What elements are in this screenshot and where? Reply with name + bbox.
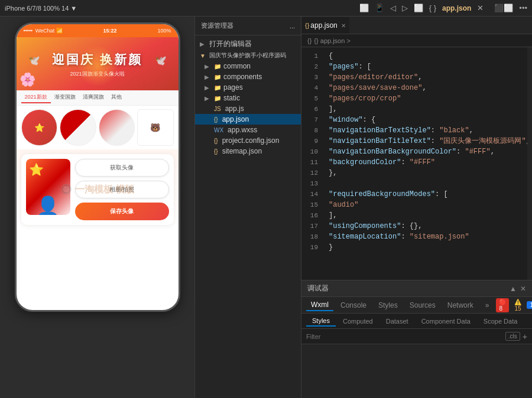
cls-badge[interactable]: .cls xyxy=(505,332,520,341)
devtools-badges: 🔴 8 ⚠️ 15 1 ⚙️ ⬜ xyxy=(496,298,532,312)
devtools-controls: ▲ ✕ xyxy=(510,285,526,293)
explorer-header: 资源管理器 ... xyxy=(195,17,301,35)
grid-item-1[interactable]: ⭐ xyxy=(21,109,58,146)
subtab-styles[interactable]: Styles xyxy=(306,316,336,327)
chevron-right-components-icon: ▶ xyxy=(205,74,212,80)
config-file-icon: {} xyxy=(214,138,218,144)
code-line-7: "window": { xyxy=(329,115,521,125)
get-avatar-btn[interactable]: 获取头像 xyxy=(75,159,169,177)
explorer-more-icon[interactable]: ... xyxy=(290,22,295,30)
folder-pages[interactable]: ▶ 📁 pages xyxy=(195,82,301,93)
code-line-1: { xyxy=(329,51,521,61)
phone-header: 🕊️ 🕊️ 迎国庆 换新颜 2021国旗渐变头像火啦 🌸 xyxy=(17,37,179,90)
subtab-computed[interactable]: Computed xyxy=(337,317,379,326)
grid-item-2[interactable] xyxy=(60,109,96,146)
wxss-file-icon: WX xyxy=(214,127,223,133)
code-line-15: "audio" xyxy=(329,200,521,210)
grid-item-3[interactable] xyxy=(99,109,135,146)
phone-header-content: 🕊️ 🕊️ 迎国庆 换新颜 2021国旗渐变头像火啦 xyxy=(22,51,173,78)
tab-close-icon[interactable]: ✕ xyxy=(341,22,346,29)
devtools-filter-bar: .cls + xyxy=(301,329,532,344)
explorer-title: 资源管理器 xyxy=(201,21,233,30)
breadcrumb: {} {} app.json > xyxy=(301,34,532,47)
phone-tab-fresh[interactable]: 清爽国旗 xyxy=(79,92,108,103)
phone-time: 15:22 xyxy=(103,28,117,34)
subtab-scope-data[interactable]: Scope Data xyxy=(478,317,523,326)
breadcrumb-icon: {} xyxy=(307,37,312,44)
warning-badge: ⚠️ 15 xyxy=(512,298,523,312)
code-line-19: } xyxy=(329,242,521,253)
tab-styles[interactable]: Styles xyxy=(374,300,403,311)
more-options-icon[interactable]: ••• xyxy=(519,4,527,12)
devtools-close-icon[interactable]: ✕ xyxy=(520,285,526,293)
grid-item-4[interactable]: 🐻 xyxy=(137,109,174,146)
more-tabs-icon[interactable]: » xyxy=(481,300,494,311)
phone-icon[interactable]: 📱 xyxy=(375,4,384,12)
chevron-right-icon: ▶ xyxy=(205,63,212,70)
code-line-18: "sitemapLocation": "sitemap.json" xyxy=(329,231,521,242)
chevron-right-pages-icon: ▶ xyxy=(205,84,212,91)
code-editor: 12345 678910 1112131415 16171819 { "page… xyxy=(301,47,532,280)
code-line-9: "navigationBarTitleText": "国庆头像一淘模板源码网", xyxy=(329,136,521,146)
subtab-dataset[interactable]: Dataset xyxy=(380,317,414,326)
file-sitemap[interactable]: {} sitemap.json xyxy=(195,146,301,156)
tab-console[interactable]: Console xyxy=(336,300,371,311)
tab-sources[interactable]: Sources xyxy=(405,300,440,311)
code-content[interactable]: { "pages": [ "pages/editor/editor", "pag… xyxy=(323,47,527,280)
forward-icon[interactable]: ▷ xyxy=(402,4,408,12)
top-bar-left: iPhone 6/7/8 100% 14 ▼ xyxy=(5,5,355,12)
open-editors-section[interactable]: ▶ 打开的编辑器 xyxy=(195,38,301,50)
save-avatar-btn[interactable]: 保存头像 xyxy=(75,203,169,220)
file-app-wxss[interactable]: WX app.wxss xyxy=(195,125,301,135)
screen-icon[interactable]: ⬜ xyxy=(359,4,369,12)
avatar-preview: ⭐ 👤 xyxy=(26,159,70,215)
devtools-chevron-up-icon[interactable]: ▲ xyxy=(510,285,517,293)
info-badge: 1 xyxy=(527,301,532,309)
main-content: ••••• WeChat 📶 15:22 100% 🕊️ 🕊️ 迎国庆 换新颜 … xyxy=(0,17,532,398)
file-app-js[interactable]: JS app.js xyxy=(195,103,301,114)
bird-right-icon: 🕊️ xyxy=(155,55,167,66)
code-line-2: "pages": [ xyxy=(329,61,521,72)
device-label[interactable]: iPhone 6/7/8 100% 14 ▼ xyxy=(5,5,77,12)
file-project-config[interactable]: {} project.config.json xyxy=(195,135,301,146)
close-tab-icon[interactable]: ✕ xyxy=(477,4,484,12)
phone-main-area: 🔘 一淘模板 模版 ⭐ 👤 获取头像 xyxy=(17,149,179,230)
tab-network[interactable]: Network xyxy=(443,300,478,311)
phone-battery: 100% xyxy=(157,28,171,34)
back-icon[interactable]: ◁ xyxy=(390,4,396,12)
folder-icon: ▼ xyxy=(200,53,207,59)
line-numbers: 12345 678910 1112131415 16171819 xyxy=(301,47,323,280)
phone-tab-new[interactable]: 2021新款 xyxy=(21,92,51,103)
folder-common[interactable]: ▶ 📁 common xyxy=(195,61,301,71)
split-editor-icon[interactable]: ⬛⬜ xyxy=(494,4,513,12)
filename-tab[interactable]: app.json xyxy=(442,4,471,12)
chevron-right-static-icon: ▶ xyxy=(205,95,212,102)
code-line-10: "navigationBarBackgroundColor": "#FFF", xyxy=(329,146,521,157)
person-placeholder-icon: 👤 xyxy=(36,195,60,215)
gallery-btn[interactable]: 相册/拍照 xyxy=(75,181,169,198)
error-badge: 🔴 8 xyxy=(496,298,509,312)
phone-tab-gradient[interactable]: 渐变国旗 xyxy=(51,92,79,103)
code-icon[interactable]: { } xyxy=(429,4,436,12)
phone-tabs[interactable]: 2021新款 渐变国旗 清爽国旗 其他 xyxy=(17,90,179,106)
folder-components[interactable]: ▶ 📁 components xyxy=(195,71,301,82)
phone-tab-other[interactable]: 其他 xyxy=(108,92,125,103)
filter-input[interactable] xyxy=(306,333,505,340)
json-file-icon: {} xyxy=(214,116,218,123)
bird-left-icon: 🕊️ xyxy=(28,55,40,66)
add-style-icon[interactable]: + xyxy=(523,332,527,341)
chevron-icon: ▶ xyxy=(200,41,207,47)
compile-icon[interactable]: ⬜ xyxy=(414,4,423,12)
project-root[interactable]: ▼ 国庆节头像护旗手小程序源码 xyxy=(195,50,301,61)
explorer-section: ▶ 打开的编辑器 ▼ 国庆节头像护旗手小程序源码 ▶ 📁 common ▶ 📁 … xyxy=(195,35,301,159)
tab-wxml[interactable]: Wxml xyxy=(306,299,333,311)
breadcrumb-text: {} app.json > xyxy=(314,37,350,44)
devtools-panel: 调试器 ▲ ✕ Wxml Console Styles Sources Netw… xyxy=(301,280,532,398)
subtab-component-data[interactable]: Component Data xyxy=(416,317,476,326)
devtools-title: 调试器 xyxy=(307,283,329,293)
editor-tab-active[interactable]: {} app.json ✕ xyxy=(301,17,349,34)
file-app-json[interactable]: {} app.json xyxy=(195,114,301,125)
top-bar-icons: ⬜ 📱 ◁ ▷ ⬜ { } app.json ✕ ⬛⬜ ••• xyxy=(359,4,527,12)
folder-static[interactable]: ▶ 📁 static xyxy=(195,93,301,103)
tab-filename: app.json xyxy=(310,21,337,30)
